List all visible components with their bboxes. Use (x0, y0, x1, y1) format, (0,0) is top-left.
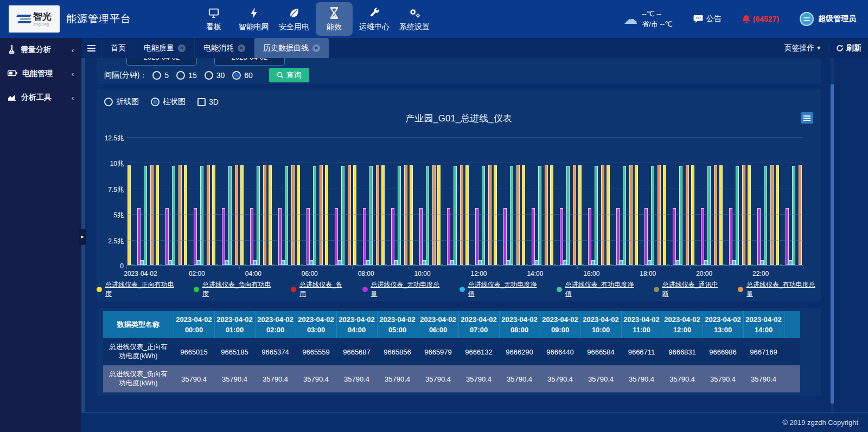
table-cell: 9666831 (662, 338, 703, 365)
nav-item-系统设置[interactable]: 系统设置 (396, 2, 433, 36)
x-axis-tick-label: 02:00 (189, 270, 205, 278)
nav-item-安全用电[interactable]: 安全用电 (276, 2, 312, 36)
sidebar-item-电能管理[interactable]: 电能管理‹ (0, 62, 81, 86)
table-cell: 35790.4 (174, 365, 214, 392)
data-table: 数据类型名称2023-04-0200:002023-04-0201:002023… (103, 311, 800, 392)
sidebar-item-label: 电能管理 (22, 69, 53, 79)
close-icon[interactable]: ✕ (178, 44, 186, 52)
bar (792, 166, 795, 265)
tab-历史数据曲线[interactable]: 历史数据曲线✕ (254, 38, 329, 58)
bar (714, 165, 717, 265)
table-header-cell: 2023-04-0209:00 (540, 311, 580, 338)
nav-item-运维中心[interactable]: 运维中心 (356, 2, 393, 36)
speech-bubble-icon (693, 15, 703, 23)
nav-item-label: 系统设置 (399, 22, 430, 32)
bar (272, 265, 275, 265)
legend-item-总进线仪表_有功电度总量[interactable]: 总进线仪表_有功电度总量 (738, 280, 821, 299)
bar (240, 165, 244, 265)
x-axis-tick-label: 04:00 (245, 270, 261, 278)
x-axis-tick-label: 08:00 (358, 270, 374, 278)
close-icon[interactable]: ✕ (312, 44, 320, 52)
gear-icon (408, 7, 421, 20)
sidebar-toggle-button[interactable] (81, 38, 102, 58)
bar (441, 265, 443, 265)
x-axis: 2023-04-0202:0004:0006:0008:0010:0012:00… (126, 267, 803, 278)
data-table-scroll-area[interactable]: 数据类型名称2023-04-0200:002023-04-0201:002023… (103, 311, 800, 392)
nav-item-能效[interactable]: 能效 (316, 2, 353, 36)
legend-item-总进线仪表_无功电度净值[interactable]: 总进线仪表_无功电度净值 (459, 280, 542, 299)
refresh-button[interactable]: 刷新 (836, 43, 861, 53)
radio-icon (176, 71, 185, 80)
chart-type-option-柱状图[interactable]: 柱状图 (151, 97, 186, 107)
legend-label: 总进线仪表_有功电度净值 (565, 280, 640, 299)
user-menu[interactable]: 超级管理员 (800, 12, 856, 26)
search-icon (277, 72, 284, 79)
bar-group-18:00 (634, 133, 662, 265)
chart-type-option-3D[interactable]: 3D (197, 98, 219, 106)
bar (320, 165, 323, 265)
interval-radio-5[interactable]: 5 (152, 71, 169, 80)
bar-group-21:00 (718, 133, 746, 265)
legend-item-总进线仪表_备用[interactable]: 总进线仪表_备用 (291, 280, 348, 299)
interval-row: 间隔(分钟)： 5153060 查询 (104, 68, 309, 82)
table-cell: 9667169 (743, 338, 784, 365)
legend-item-总进线仪表_负向有功电度[interactable]: 总进线仪表_负向有功电度 (194, 280, 277, 299)
bar (235, 165, 238, 265)
tab-首页[interactable]: 首页 (102, 38, 135, 58)
chart-title: 产业园_G01_总进线_仪表 (97, 112, 821, 125)
sidebar-item-分析工具[interactable]: 分析工具‹ (0, 86, 81, 109)
bar-group-03:00 (211, 133, 239, 265)
close-icon[interactable]: ✕ (238, 44, 245, 52)
bar-group-14:00 (521, 133, 549, 265)
bar (729, 208, 732, 265)
sidebar-item-需量分析[interactable]: 需量分析‹ (0, 38, 81, 62)
legend-item-总进线仪表_无功电度总量[interactable]: 总进线仪表_无功电度总量 (362, 280, 445, 299)
end-date-input[interactable]: 2023-04-02 (214, 58, 285, 66)
bar-group-10:00 (409, 133, 437, 265)
interval-radio-60[interactable]: 60 (232, 71, 253, 80)
legend-item-总进线仪表_正向有功电度[interactable]: 总进线仪表_正向有功电度 (97, 280, 180, 299)
bar (419, 208, 423, 265)
chart-context-menu-button[interactable] (801, 112, 813, 124)
legend-dot-icon (557, 287, 562, 292)
table-header-cell: 2023-04-0208:00 (499, 311, 540, 338)
bar (381, 165, 385, 265)
legend-item-总进线仪表_通讯中断[interactable]: 总进线仪表_通讯中断 (654, 280, 724, 299)
main-nav-menu: 看板智能电网安全用电能效运维中心系统设置 (195, 0, 433, 38)
table-header-cell: 2023-04-0210:00 (580, 311, 621, 338)
gridline (126, 137, 803, 138)
y-axis-tick-label: 7.5兆 (97, 185, 124, 195)
bar (165, 208, 169, 265)
bar (278, 208, 282, 265)
nav-item-label: 安全用电 (279, 22, 309, 32)
chart-type-option-折线图[interactable]: 折线图 (104, 97, 139, 107)
bar (335, 208, 338, 265)
nav-item-智能电网[interactable]: 智能电网 (235, 2, 272, 36)
tab-operations-dropdown[interactable]: 页签操作▾ (784, 43, 820, 53)
table-header-cell: 2023-04-0206:00 (418, 311, 458, 338)
table-cell: 35790.4 (336, 365, 377, 392)
alarm-button[interactable]: (64527) (742, 15, 779, 24)
bar (363, 208, 366, 265)
sidebar-collapse-handle[interactable]: ▶ (79, 229, 86, 245)
search-button[interactable]: 查询 (269, 68, 309, 82)
top-navbar: 智光Zhiguang 能源管理平台 看板智能电网安全用电能效运维中心系统设置 ☁… (0, 0, 868, 38)
x-axis-tick (239, 267, 240, 269)
tab-电能消耗[interactable]: 电能消耗✕ (195, 38, 254, 58)
bar (263, 165, 266, 265)
bar (742, 165, 745, 265)
notice-button[interactable]: 公告 (693, 14, 722, 24)
interval-label: 间隔(分钟)： (104, 70, 147, 80)
hourglass-icon (329, 7, 339, 20)
nav-item-看板[interactable]: 看板 (195, 2, 232, 36)
vertical-scrollbar-thumb[interactable] (831, 84, 834, 404)
tab-电能质量[interactable]: 电能质量✕ (135, 38, 195, 58)
bar (482, 166, 485, 265)
area-chart-icon (8, 93, 16, 102)
interval-radio-15[interactable]: 15 (176, 71, 197, 80)
interval-radio-30[interactable]: 30 (205, 71, 225, 80)
start-date-input[interactable]: 2023-04-02 (126, 58, 197, 66)
legend-item-总进线仪表_有功电度净值[interactable]: 总进线仪表_有功电度净值 (557, 280, 640, 299)
user-name: 超级管理员 (818, 14, 856, 24)
bar (658, 165, 661, 265)
